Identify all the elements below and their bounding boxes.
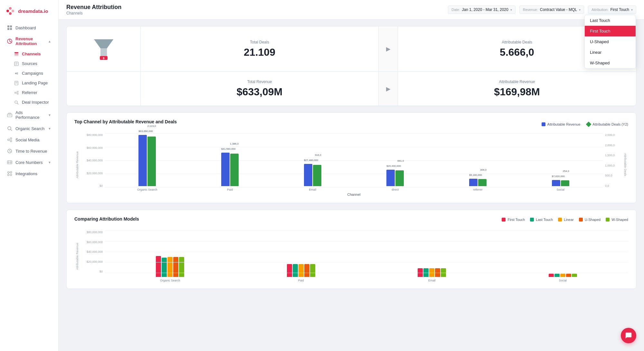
svg-point-21 — [17, 93, 18, 94]
layers-icon — [14, 52, 19, 56]
sidebar-item-integrations[interactable]: Integrations — [2, 168, 56, 179]
dropdown-item-w-shaped[interactable]: W-Shaped — [585, 58, 636, 68]
grid-icon — [7, 25, 12, 30]
bar-group-direct: $20,430,000 681,0 direct — [355, 170, 435, 191]
bar-label-rev: $41,580,000 — [221, 147, 236, 150]
arrow-right-button-top[interactable]: ▶ — [386, 45, 391, 52]
dropdown-item-u-shaped[interactable]: U-Shaped — [585, 36, 636, 47]
attribution-filter[interactable]: Attribution: First Touch ▾ Last Touch Fi… — [588, 5, 636, 14]
sidebar-item-referrer[interactable]: Referrer — [2, 88, 56, 97]
bar-x-label: Email — [309, 188, 316, 191]
sidebar-item-channels[interactable]: Channels — [2, 49, 56, 59]
bar-pair: $20,430,000 681,0 — [386, 170, 404, 186]
legend-ft-label: First Touch — [507, 218, 525, 222]
chart2-body: Attributable Revenue $80,000,000 $60,000… — [74, 231, 628, 282]
sidebar-item-sources[interactable]: Sources — [2, 59, 56, 68]
attributable-deals-label: Attributable Deals — [502, 40, 532, 44]
bar-blue — [138, 135, 147, 186]
legend-first-touch: First Touch — [502, 218, 525, 222]
sidebar-item-landing-page[interactable]: Landing Page — [2, 78, 56, 88]
sidebar-item-time-to-revenue[interactable]: Time to Revenue — [2, 146, 56, 157]
revenue-filter[interactable]: Revenue: Contract Value - MQL ▾ — [519, 5, 584, 14]
bar-group-referrer: $9,180,000 306,0 referrer — [438, 179, 518, 191]
dropdown-item-first-touch[interactable]: First Touch — [585, 26, 636, 36]
page-icon — [14, 81, 19, 85]
chat-button[interactable] — [621, 328, 636, 343]
total-revenue-card: Total Revenue $633,09M — [141, 72, 379, 106]
y-val-0: $80,000,000 — [87, 133, 103, 137]
sidebar-item-ads-performance[interactable]: Ads Performance ▼ — [2, 107, 56, 123]
y-right-0: 2,500,0 — [605, 133, 615, 137]
sidebar-item-label: Dashboard — [15, 25, 36, 30]
dropdown-item-last-touch[interactable]: Last Touch — [585, 15, 636, 26]
svg-point-24 — [15, 101, 17, 103]
y-right-1: 2,000,0 — [605, 144, 615, 147]
sidebar-item-label: Referrer — [22, 90, 37, 95]
chart2-x-label: Paid — [298, 279, 304, 282]
sidebar-item-deal-inspector[interactable]: Deal Inspector — [2, 98, 56, 107]
bar-pair: $27,480,000 916,0 — [304, 164, 321, 186]
ads-icon — [7, 112, 12, 118]
y-val-3: $20,000,000 — [87, 172, 103, 175]
source-icon — [14, 62, 19, 66]
sidebar: dreamdata.io Dashboard Revenue Attributi… — [0, 0, 59, 351]
multi-bar — [156, 256, 184, 277]
multi-bar — [287, 264, 315, 277]
bars-row: $63,690,000 2,123,0 Organic Search $41,5… — [105, 133, 603, 191]
chart1-body: Attributable Revenue $80,000,000 $60,000… — [74, 133, 628, 196]
arrow-cell-top: ▶ — [379, 26, 398, 71]
page-header: Revenue Attribution Channels Date: Jan 1… — [59, 0, 644, 20]
svg-rect-6 — [7, 28, 9, 30]
bar-blue — [469, 179, 478, 186]
arrow-right-button-bottom[interactable]: ▶ — [386, 85, 391, 92]
multi-bar — [549, 274, 577, 277]
svg-rect-4 — [7, 25, 9, 27]
bar-green — [395, 170, 404, 186]
bar-ft — [156, 256, 161, 277]
svg-text:$: $ — [103, 57, 104, 60]
sidebar-item-social-media[interactable]: Social Media — [2, 134, 56, 145]
bar-lt — [554, 274, 560, 277]
bar-label-deals: 2,123,0 — [147, 125, 156, 128]
bar-green — [313, 165, 321, 186]
svg-line-38 — [10, 151, 11, 152]
svg-point-2 — [12, 10, 14, 12]
legend-ws-label: W-Shaped — [611, 218, 628, 222]
funnel-cell: $ — [67, 26, 141, 71]
svg-line-34 — [9, 139, 10, 139]
svg-line-22 — [16, 92, 17, 92]
bar-label-deals: 916,0 — [315, 154, 321, 157]
date-filter[interactable]: Date: Jan 1, 2020 - Mar 31, 2020 ▾ — [448, 5, 515, 14]
date-caret-icon: ▾ — [510, 8, 512, 12]
sidebar-item-campaigns[interactable]: Campaigns — [2, 69, 56, 78]
sidebar-item-dashboard[interactable]: Dashboard — [2, 22, 56, 33]
bar-green — [147, 137, 156, 186]
chart2-bars-area: Organic Search Paid — [105, 231, 628, 282]
page-subtitle: Channels — [66, 11, 121, 15]
chevron-down-icon: ▼ — [48, 161, 51, 164]
attribution-dropdown: Last Touch First Touch U-Shaped Linear W… — [584, 15, 636, 69]
bar-blue — [304, 164, 312, 186]
chart2-title: Comparing Attribution Models — [74, 216, 139, 222]
y2-label-left: Attributable Revenue — [74, 231, 80, 282]
bar-pair: $7,620,000 254,0 — [552, 180, 569, 186]
sidebar-item-label: Time to Revenue — [15, 149, 47, 154]
chevron-down-icon: ▼ — [48, 113, 51, 117]
dropdown-item-linear[interactable]: Linear — [585, 47, 636, 58]
logo[interactable]: dreamdata.io — [0, 0, 58, 21]
sidebar-item-revenue-attribution[interactable]: Revenue Attribution ▲ — [2, 33, 56, 49]
bar-group-organic: $63,690,000 2,123,0 Organic Search — [107, 135, 187, 191]
bar-linear — [429, 268, 434, 277]
sidebar-item-core-numbers[interactable]: Core Numbers ▼ — [2, 157, 56, 168]
arrow-cell-bottom: ▶ — [379, 72, 398, 106]
sidebar-item-label: Deal Inspector — [22, 100, 49, 105]
bar-label-rev: $20,430,000 — [386, 165, 401, 167]
bar-pair: $63,690,000 2,123,0 — [138, 135, 156, 186]
chart2-card: Comparing Attribution Models First Touch… — [66, 210, 636, 289]
chart2-x-label: Email — [428, 279, 436, 282]
attribution-value: First Touch — [611, 7, 629, 12]
sidebar-item-organic-search[interactable]: Organic Search ▼ — [2, 123, 56, 134]
chart1-legend: Attributable Revenue Attributable Deals … — [542, 122, 628, 126]
legend-linear-label: Linear — [564, 218, 574, 222]
y-right-3: 1,000,0 — [605, 164, 615, 167]
